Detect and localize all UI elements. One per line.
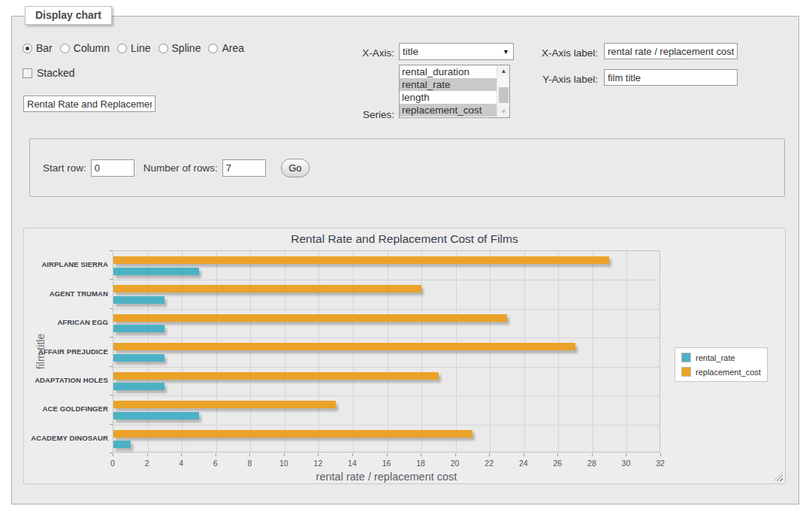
gridline	[421, 251, 422, 452]
x-tick-mark	[592, 453, 593, 456]
x-tick-mark	[489, 453, 490, 456]
y-tick-mark	[110, 337, 113, 338]
x-tick-label: 24	[512, 459, 535, 468]
x-tick-label: 28	[581, 459, 603, 468]
scroll-down-icon[interactable]: ▼	[497, 106, 510, 117]
radio-icon[interactable]	[208, 44, 218, 53]
chart-type-radio-bar[interactable]: Bar	[23, 42, 53, 54]
bar-replacement_cost	[113, 256, 609, 264]
chart-container: Rental Rate and Replacement Cost of Film…	[23, 228, 786, 484]
page: Display chart BarColumnLineSplineArea St…	[0, 0, 812, 512]
radio-label: Area	[222, 42, 244, 54]
gridline	[148, 251, 149, 452]
chart-title-input[interactable]	[23, 95, 155, 112]
gridline	[285, 251, 285, 452]
x-tick-mark	[249, 453, 250, 456]
gridline	[353, 251, 354, 452]
x-tick-label: 6	[204, 459, 227, 468]
y-tick-mark	[110, 395, 113, 395]
series-option-rental_rate[interactable]: rental_rate	[400, 78, 497, 91]
x-tick-label: 32	[649, 459, 672, 468]
x-tick-label: 30	[614, 459, 637, 468]
y-tick-mark	[110, 453, 113, 453]
radio-icon[interactable]	[60, 44, 70, 53]
series-listbox[interactable]: rental_durationrental_ratelengthreplacem…	[399, 65, 510, 118]
radio-label: Bar	[36, 42, 53, 54]
x-axis-select-value: title	[403, 46, 418, 57]
gridline	[113, 367, 660, 368]
bar-rental_rate	[113, 325, 165, 332]
x-tick-mark	[421, 453, 421, 456]
y-tick-mark	[110, 250, 113, 251]
y-axis-label-label: Y-Axis label:	[493, 74, 598, 85]
category-label: ACE GOLDFINGER	[24, 404, 108, 414]
series-option-replacement_cost[interactable]: replacement_cost	[400, 104, 497, 117]
chart-legend: rental_rate replacement_cost	[675, 347, 768, 382]
bar-replacement_cost	[113, 285, 421, 292]
category-label: ACADEMY DINOSAUR	[24, 434, 108, 443]
radio-icon[interactable]	[23, 44, 32, 53]
legend-label: replacement_cost	[696, 368, 761, 377]
legend-swatch-replacement-cost	[681, 367, 691, 377]
x-tick-mark	[216, 453, 216, 456]
chart-type-radio-spline[interactable]: Spline	[158, 42, 201, 54]
x-tick-label: 18	[409, 459, 432, 468]
gridline	[113, 280, 660, 280]
chart-type-radio-area[interactable]: Area	[208, 42, 244, 54]
stacked-label: Stacked	[37, 67, 75, 79]
fieldset-legend: Display chart	[25, 6, 112, 25]
y-tick-mark	[110, 424, 113, 425]
gridline	[216, 251, 217, 452]
x-axis-label-input[interactable]	[604, 43, 738, 59]
x-tick-mark	[284, 453, 285, 456]
bar-rental_rate	[113, 412, 199, 420]
scrollbar-thumb[interactable]	[499, 87, 509, 103]
y-axis-label-input[interactable]	[604, 69, 738, 86]
radio-icon[interactable]	[117, 44, 127, 53]
series-select-label: Series:	[301, 109, 394, 120]
x-tick-mark	[318, 453, 318, 456]
x-tick-mark	[557, 453, 558, 456]
gridline	[558, 251, 559, 452]
radio-label: Spline	[172, 42, 201, 54]
chart-type-radio-group: BarColumnLineSplineArea	[23, 42, 244, 54]
x-tick-mark	[181, 453, 182, 456]
bar-rental_rate	[113, 441, 131, 448]
gridline	[113, 338, 660, 338]
gridline	[388, 251, 388, 452]
resize-handle-icon[interactable]	[774, 472, 783, 481]
x-tick-mark	[113, 453, 113, 456]
bar-rental_rate	[113, 354, 165, 362]
chart-type-radio-line[interactable]: Line	[117, 42, 150, 54]
legend-swatch-rental-rate	[681, 353, 691, 362]
number-of-rows-input[interactable]	[222, 159, 266, 177]
gridline	[490, 251, 491, 452]
x-tick-mark	[626, 453, 626, 456]
series-option-length[interactable]: length	[400, 91, 497, 104]
bar-replacement_cost	[113, 430, 472, 438]
x-tick-label: 2	[136, 459, 158, 468]
y-tick-mark	[110, 308, 113, 309]
go-button[interactable]: Go	[281, 159, 309, 177]
start-row-input[interactable]	[91, 159, 134, 177]
gridline	[524, 251, 525, 452]
series-option-rental_duration[interactable]: rental_duration	[400, 65, 497, 78]
gridline	[113, 309, 660, 310]
gridline	[113, 395, 660, 396]
gridline	[456, 251, 457, 452]
chart-type-radio-column[interactable]: Column	[60, 42, 110, 54]
series-options: rental_durationrental_ratelengthreplacem…	[400, 65, 497, 117]
stacked-checkbox[interactable]	[23, 68, 32, 78]
bar-replacement_cost	[113, 314, 507, 322]
stacked-checkbox-row[interactable]: Stacked	[23, 67, 75, 79]
gridline	[113, 425, 660, 426]
category-label: AGENT TRUMAN	[24, 289, 108, 298]
x-tick-mark	[387, 453, 388, 456]
category-label: AFRICAN EGG	[24, 318, 108, 327]
x-tick-label: 26	[546, 459, 569, 468]
x-tick-mark	[352, 453, 353, 456]
chart-x-axis-label: rental rate / replacement cost	[113, 471, 660, 483]
gridline	[593, 251, 593, 452]
radio-icon[interactable]	[158, 44, 168, 53]
category-label: ADAPTATION HOLES	[24, 376, 108, 385]
